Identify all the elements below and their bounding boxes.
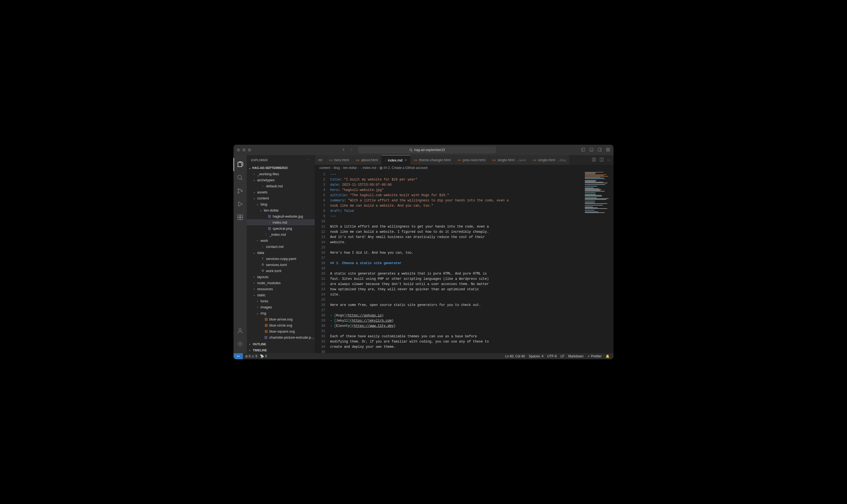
folder-item[interactable]: ›work [247,237,315,244]
compare-icon[interactable] [592,157,596,163]
file-item[interactable]: ▨blue-circle.svg [247,322,315,328]
file-item[interactable]: ↓_index.md [247,231,315,237]
titlebar: hag-ad-september23 [234,145,613,155]
status-eol[interactable]: LF [560,354,565,358]
traffic-lights [237,148,251,151]
activity-accounts[interactable] [234,324,247,337]
status-prettier[interactable]: ✓ Prettier [587,354,602,358]
editor-tab[interactable]: ml [315,155,326,165]
zoom-window-button[interactable] [248,148,251,151]
status-language[interactable]: Markdown [568,354,584,358]
timeline-section[interactable]: ›TIMELINE [247,347,315,353]
svg-point-19 [239,328,241,331]
sidebar: EXPLORER ⋯ ⌄ HAG-AD-SEPTEMBER23 ›_workin… [247,155,315,353]
status-bell-icon[interactable]: 🔔 [606,354,610,358]
file-item[interactable]: ▨spectral.png [247,225,315,231]
file-item[interactable]: ⚙services.toml [247,262,315,268]
folder-item[interactable]: ›_working-files [247,171,315,177]
minimap[interactable] [583,171,613,353]
status-ports[interactable]: 📡 0 [260,354,267,358]
activity-extensions[interactable] [234,211,247,224]
folder-item[interactable]: ›resources [247,286,315,292]
editor-area: ml<>hero.html<>about.html↓index.md×<>the… [315,155,613,353]
close-tab-icon[interactable]: × [405,158,407,162]
folder-item[interactable]: ›images [247,304,315,310]
file-item[interactable]: ▨hagkull-website.jpg [247,213,315,219]
more-actions-icon[interactable]: ⋯ [607,158,611,162]
code-editor[interactable]: ---title: "I built my website for $10 pe… [330,171,583,353]
editor-tab[interactable]: <>hero.html [326,155,353,165]
svg-point-0 [410,149,412,151]
file-item[interactable]: ⚙work.toml [247,268,315,274]
sidebar-header: EXPLORER ⋯ [247,155,315,165]
file-item[interactable]: ↓default.md [247,183,315,189]
sidebar-more-icon[interactable]: ⋯ [307,158,310,162]
split-editor-icon[interactable] [600,157,604,163]
line-gutter: 1234567891011121314151617181920212223242… [315,171,330,353]
nav-back-button[interactable] [342,148,346,152]
folder-item[interactable]: ⌄static [247,292,315,298]
folder-item[interactable]: ⌄archetypes [247,177,315,183]
activity-settings[interactable] [234,337,247,350]
file-item[interactable]: ▨charlotte-picture-extrude.png [247,334,315,340]
close-window-button[interactable] [237,148,240,151]
editor-tab[interactable]: <>theme-changer.html [411,155,454,165]
layout-panel-icon[interactable] [589,147,594,153]
svg-rect-7 [606,148,608,149]
layout-sidebar-right-icon[interactable] [598,147,602,153]
nav-forward-button[interactable] [349,148,353,152]
activity-source-control[interactable] [234,184,247,198]
activity-bar [234,155,247,353]
breadcrumb-segment[interactable]: ten-dollar [343,166,357,170]
customize-layout-icon[interactable] [606,147,610,153]
layout-sidebar-left-icon[interactable] [581,147,585,153]
activity-search[interactable] [234,171,247,184]
status-encoding[interactable]: UTF-8 [548,354,557,358]
breadcrumb[interactable]: content›blog›ten-dollar›↓ index.md›▦ ## … [315,165,613,171]
svg-point-13 [238,192,239,193]
editor-tabs: ml<>hero.html<>about.html↓index.md×<>the… [315,155,613,165]
folder-item[interactable]: ⌄img [247,310,315,316]
folder-item[interactable]: ›layouts [247,274,315,280]
status-cursor[interactable]: Ln 60, Col 40 [505,354,525,358]
file-item[interactable]: ▨blue-square.svg [247,328,315,334]
vscode-window: hag-ad-september23 EXPLORER ⋯ [234,145,613,359]
svg-rect-17 [238,218,240,220]
activity-explorer[interactable] [234,158,247,171]
search-icon [409,148,413,151]
file-tree: ›_working-files⌄archetypes↓default.md⌄as… [247,171,315,341]
breadcrumb-segment[interactable]: blog [333,166,340,170]
folder-item[interactable]: ⌄blog [247,201,315,207]
svg-point-11 [238,175,241,179]
folder-item[interactable]: ⌄assets [247,189,315,195]
remote-button[interactable] [234,353,243,359]
editor-tab[interactable]: <>single.html.../work [489,155,530,165]
folder-item[interactable]: ⌄ten-dollar [247,207,315,213]
editor-tab[interactable]: ↓index.md× [381,155,410,165]
minimize-window-button[interactable] [242,148,246,151]
file-item[interactable]: ↓index.md [247,219,315,225]
folder-item[interactable]: ⌄content [247,195,315,201]
project-root[interactable]: ⌄ HAG-AD-SEPTEMBER23 [247,165,315,171]
file-item[interactable]: !services-copy.yaml [247,256,315,262]
file-item[interactable]: ▨blue-arrow.svg [247,316,315,322]
file-item[interactable]: ↓contact.md [247,244,315,250]
breadcrumb-segment[interactable]: ▦ ## 2. Create a Github account [379,166,427,170]
outline-section[interactable]: ›OUTLINE [247,341,315,347]
status-problems[interactable]: ⊘ 0 ⚠ 5 [245,354,257,358]
svg-rect-5 [598,148,601,151]
status-spaces[interactable]: Spaces: 4 [529,354,543,358]
svg-point-14 [241,191,243,192]
editor-tab[interactable]: <>single.html.../blog [530,155,569,165]
command-center[interactable]: hag-ad-september23 [358,147,496,153]
editor-tab[interactable]: <>prev-next.html [454,155,489,165]
breadcrumb-segment[interactable]: ↓ index.md [360,166,376,170]
activity-run-debug[interactable] [234,198,247,211]
svg-rect-3 [590,148,593,151]
editor-tab[interactable]: <>about.html [353,155,382,165]
svg-rect-9 [606,150,608,151]
folder-item[interactable]: ›fonts [247,298,315,304]
breadcrumb-segment[interactable]: content [319,166,330,170]
folder-item[interactable]: ›node_modules [247,280,315,286]
folder-item[interactable]: ⌄data [247,250,315,256]
